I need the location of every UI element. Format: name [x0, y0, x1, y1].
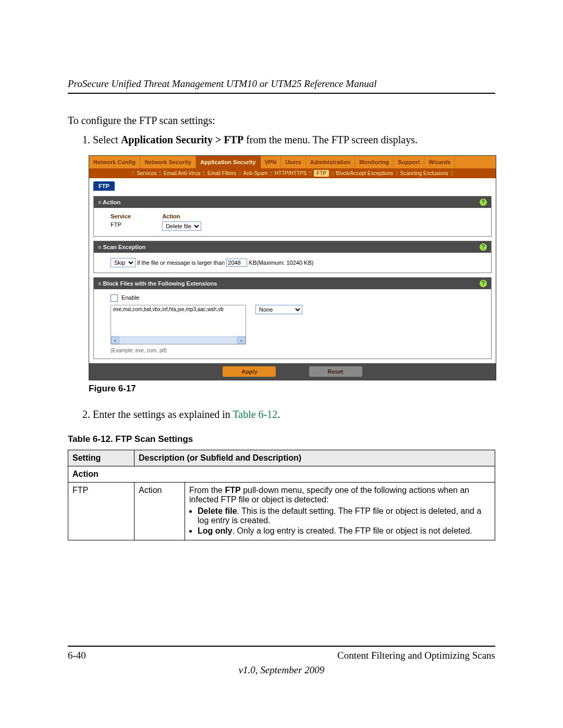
tab-users[interactable]: Users: [281, 156, 306, 168]
th-desc: Description (or Subfield and Description…: [134, 450, 495, 466]
panel-block-ext: ≡ Block Files with the Following Extensi…: [93, 277, 492, 359]
screenshot-ftp: Network Config Network Security Applicat…: [89, 155, 496, 380]
step2-link[interactable]: Table 6-12: [232, 409, 277, 420]
cell-ftp: FTP: [68, 483, 134, 540]
doc-header: ProSecure Unified Threat Management UTM1…: [68, 78, 495, 94]
step2-pre: Enter the settings as explained in: [93, 409, 232, 420]
example-hint: (Example: exe, com, pif): [111, 348, 474, 353]
scanex-tail: KB(Maximum: 10240 KB): [249, 260, 313, 266]
step-2: Enter the settings as explained in Table…: [93, 409, 495, 421]
enable-label: Enable: [121, 294, 139, 301]
tab-monitoring[interactable]: Monitoring: [355, 156, 394, 168]
reset-button[interactable]: Reset: [309, 366, 362, 377]
subnav-http[interactable]: HTTP/HTTPS: [275, 170, 307, 176]
step1-bold: Application Security > FTP: [121, 134, 243, 145]
tab-application-security[interactable]: Application Security: [196, 156, 260, 168]
step1-pre: Select: [93, 134, 121, 145]
step-1: Select Application Security > FTP from t…: [93, 134, 495, 146]
tab-vpn[interactable]: VPN: [261, 156, 282, 168]
panel-block-title: ≡ Block Files with the Following Extensi…: [98, 280, 217, 287]
intro-text: To configure the FTP scan settings:: [68, 115, 495, 127]
help-icon[interactable]: ?: [480, 280, 487, 287]
section-action: Action: [68, 466, 495, 483]
action-select[interactable]: Delete file: [162, 221, 201, 231]
tab-network-security[interactable]: Network Security: [140, 156, 196, 168]
chapter-title: Content Filtering and Optimizing Scans: [337, 650, 495, 661]
version: v1.0, September 2009: [68, 664, 495, 676]
help-icon[interactable]: ?: [480, 243, 487, 251]
subnav-anti-spam[interactable]: Anti-Spam: [243, 170, 268, 176]
crumb-pill: FTP: [93, 181, 115, 191]
tab-wizards[interactable]: Wizards: [424, 156, 455, 168]
step1-post: from the menu. The FTP screen displays.: [243, 134, 418, 145]
button-bar: Apply Reset: [89, 363, 496, 380]
cell-desc: From the FTP pull-down menu, specify one…: [185, 483, 495, 540]
ext-preset-select[interactable]: None: [255, 305, 302, 314]
footer: 6-40 Content Filtering and Optimizing Sc…: [68, 646, 495, 676]
panel-scanex-title: ≡ Scan Exception: [98, 244, 145, 250]
scroll-left-icon[interactable]: <: [111, 337, 119, 344]
panel-action-title: ≡ Action: [98, 199, 120, 205]
settings-table: Setting Description (or Subfield and Des…: [68, 450, 495, 540]
subnav-block-accept[interactable]: Block/Accept Exceptions: [336, 170, 394, 176]
hscroll[interactable]: < >: [111, 336, 246, 344]
panel-scan-exception: ≡ Scan Exception ? Skip if the file or m…: [93, 241, 492, 273]
action-label: Action: [162, 213, 201, 219]
extensions-box[interactable]: exe,msi,com,bat,vbx,inf,hta,jse,mp3,aac,…: [111, 305, 246, 344]
crumb: FTP: [89, 178, 496, 194]
subnav-email-av[interactable]: Email Anti-Virus: [164, 170, 200, 176]
tab-support[interactable]: Support: [394, 156, 424, 168]
th-setting: Setting: [68, 450, 134, 466]
step2-post: .: [277, 409, 280, 420]
service-label: Service: [111, 213, 131, 219]
service-value: FTP: [111, 221, 131, 228]
tab-administration[interactable]: Administration: [306, 156, 356, 168]
skip-select[interactable]: Skip: [111, 258, 136, 267]
panel-action: ≡ Action ? Service FTP Action Delete fil…: [93, 196, 492, 237]
cell-action: Action: [134, 483, 185, 540]
subnav-email-filters[interactable]: Email Filters: [207, 170, 236, 176]
help-icon[interactable]: ?: [480, 199, 487, 206]
apply-button[interactable]: Apply: [223, 366, 276, 377]
subnav-services[interactable]: Services: [137, 170, 156, 176]
tab-network-config[interactable]: Network Config: [89, 156, 140, 168]
size-input[interactable]: [226, 258, 247, 267]
extensions-value: exe,msi,com,bat,vbx,inf,hta,jse,mp3,aac,…: [113, 306, 224, 312]
page-number: 6-40: [68, 650, 86, 661]
scanex-mid: if the file or message is larger than: [137, 260, 225, 266]
scroll-right-icon[interactable]: >: [237, 337, 246, 344]
table-caption: Table 6-12. FTP Scan Settings: [68, 434, 495, 445]
top-nav: Network Config Network Security Applicat…: [89, 156, 496, 168]
subnav-ftp[interactable]: FTP: [314, 170, 329, 177]
figure-caption: Figure 6-17: [89, 384, 495, 394]
enable-checkbox[interactable]: [111, 294, 118, 302]
subnav-scan-excl[interactable]: Scanning Exclusions: [400, 170, 448, 176]
sub-nav: ::Services::Email Anti-Virus::Email Filt…: [89, 168, 496, 178]
